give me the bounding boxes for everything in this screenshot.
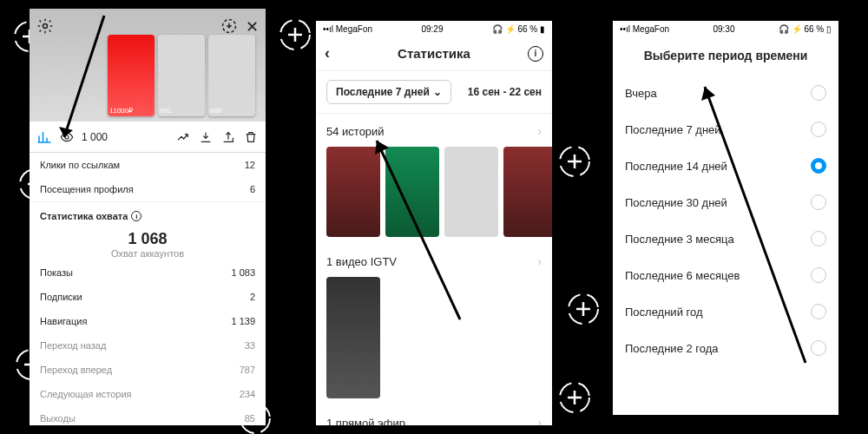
option-label: Последние 3 месяца xyxy=(625,233,734,246)
option-label: Вчера xyxy=(625,87,657,100)
battery: 🎧 ⚡ 66 % ▯ xyxy=(779,24,832,34)
download-icon[interactable] xyxy=(198,129,214,145)
story-thumb[interactable] xyxy=(326,147,380,237)
story-thumb[interactable]: 680 xyxy=(208,35,255,116)
screen-story-stats: ✕ 11000₽ 901 680 1 000 Клики по ссылкам … xyxy=(30,9,266,425)
stat-row: Подписки2 xyxy=(30,285,266,309)
chevron-right-icon: › xyxy=(537,254,542,268)
igtv-section[interactable]: 1 видео IGTV› xyxy=(316,244,552,273)
stat-label: Клики по ссылкам xyxy=(40,160,120,170)
period-option[interactable]: Последние 14 дней xyxy=(613,148,838,184)
stat-value: 6 xyxy=(250,184,255,194)
option-label: Последние 7 дней xyxy=(625,123,721,136)
gear-icon[interactable] xyxy=(36,17,54,35)
nav-row: Переход вперед787 xyxy=(30,358,266,382)
igtv-thumb[interactable] xyxy=(326,277,380,398)
filter-bar: Последние 7 дней ⌄ 16 сен - 22 сен xyxy=(316,71,552,113)
story-thumb[interactable]: 901 xyxy=(158,35,205,116)
stats-tabs: 1 000 xyxy=(30,122,266,153)
nav-row: Переход назад33 xyxy=(30,333,266,358)
period-option[interactable]: Последние 30 дней xyxy=(613,184,838,220)
radio-icon xyxy=(811,304,826,319)
option-label: Последние 6 месяцев xyxy=(625,269,740,282)
decor-plus xyxy=(556,378,594,417)
screen-insights: ••ıl МegaFon 09:29 🎧 ⚡ 66 % ▮ ‹ Статисти… xyxy=(316,21,552,425)
back-icon[interactable]: ‹ xyxy=(325,44,330,62)
decor-plus xyxy=(276,16,314,54)
radio-icon xyxy=(811,122,826,137)
chevron-down-icon: ⌄ xyxy=(433,86,442,98)
option-label: Последние 30 дней xyxy=(625,196,727,209)
nav-row: Следующая история234 xyxy=(30,382,266,406)
period-option[interactable]: Последние 6 месяцев xyxy=(613,257,838,293)
eye-icon xyxy=(59,129,75,145)
reach-section-title: Статистика охвата i xyxy=(30,202,266,225)
chevron-right-icon: › xyxy=(537,416,542,425)
battery: 🎧 ⚡ 66 % ▮ xyxy=(492,24,545,34)
nav-row: Выходы85 xyxy=(30,406,266,425)
story-thumbnails: 11000₽ 901 680 xyxy=(108,35,255,116)
screen-period-picker: ••ıl МegaFon 09:30 🎧 ⚡ 66 % ▯ Выберите п… xyxy=(613,21,838,415)
info-icon[interactable]: i xyxy=(528,46,543,62)
period-option[interactable]: Последние 2 года xyxy=(613,330,838,366)
decor-plus xyxy=(556,142,594,181)
stat-row: Клики по ссылкам 12 xyxy=(30,153,266,177)
svg-point-3 xyxy=(43,24,48,29)
clock: 09:30 xyxy=(669,24,779,34)
status-bar: ••ıl МegaFon 09:30 🎧 ⚡ 66 % ▯ xyxy=(613,21,838,36)
growth-icon[interactable] xyxy=(175,129,191,145)
story-thumb[interactable] xyxy=(444,147,498,237)
period-option[interactable]: Вчера xyxy=(613,75,838,111)
option-label: Последние 14 дней xyxy=(625,160,727,173)
trash-icon[interactable] xyxy=(243,129,259,145)
page-title-bar: ‹ Статистика i xyxy=(316,36,552,71)
reach-accounts: 1 068 Охват аккаунтов xyxy=(30,225,266,260)
stories-section[interactable]: 54 историй› xyxy=(316,114,552,143)
period-picker[interactable]: Последние 7 дней ⌄ xyxy=(326,80,451,104)
sheet-title: Выберите период времени xyxy=(613,36,838,75)
radio-icon xyxy=(811,85,826,101)
story-header: ✕ 11000₽ 901 680 xyxy=(30,9,266,122)
svg-point-5 xyxy=(65,135,69,139)
radio-icon xyxy=(811,194,826,210)
close-icon[interactable]: ✕ xyxy=(246,17,259,36)
radio-icon xyxy=(811,267,826,283)
share-icon[interactable] xyxy=(220,129,236,145)
stat-value: 12 xyxy=(245,160,255,170)
radio-icon xyxy=(811,158,826,174)
stat-row: Навигация1 139 xyxy=(30,309,266,333)
story-thumb[interactable] xyxy=(503,147,552,237)
radio-icon xyxy=(811,340,826,356)
info-icon[interactable]: i xyxy=(131,211,141,221)
live-section[interactable]: 1 прямой эфир› xyxy=(316,405,552,425)
carrier: ••ıl МegaFon xyxy=(620,24,669,34)
option-label: Последний год xyxy=(625,306,703,319)
status-bar: ••ıl МegaFon 09:29 🎧 ⚡ 66 % ▮ xyxy=(316,21,552,36)
story-thumb[interactable]: 11000₽ xyxy=(108,35,155,116)
option-label: Последние 2 года xyxy=(625,342,719,355)
igtv-thumbs xyxy=(316,273,552,405)
stat-row: Посещения профиля 6 xyxy=(30,177,266,201)
period-option[interactable]: Последний год xyxy=(613,293,838,330)
page-title: Статистика xyxy=(398,46,470,61)
views-count: 1 000 xyxy=(82,131,108,143)
stat-label: Посещения профиля xyxy=(40,184,134,194)
stories-thumbs xyxy=(316,143,552,244)
decor-plus xyxy=(564,290,602,328)
radio-icon xyxy=(811,231,826,247)
period-option[interactable]: Последние 7 дней xyxy=(613,111,838,148)
date-range: 16 сен - 22 сен xyxy=(468,86,542,98)
period-option[interactable]: Последние 3 месяца xyxy=(613,220,838,257)
clock: 09:29 xyxy=(372,24,492,34)
story-thumb[interactable] xyxy=(385,147,439,237)
stat-row: Показы1 083 xyxy=(30,260,266,285)
save-story-icon[interactable] xyxy=(220,17,238,35)
chevron-right-icon: › xyxy=(537,124,542,138)
carrier: ••ıl МegaFon xyxy=(323,24,372,34)
bar-chart-icon[interactable] xyxy=(36,129,52,145)
